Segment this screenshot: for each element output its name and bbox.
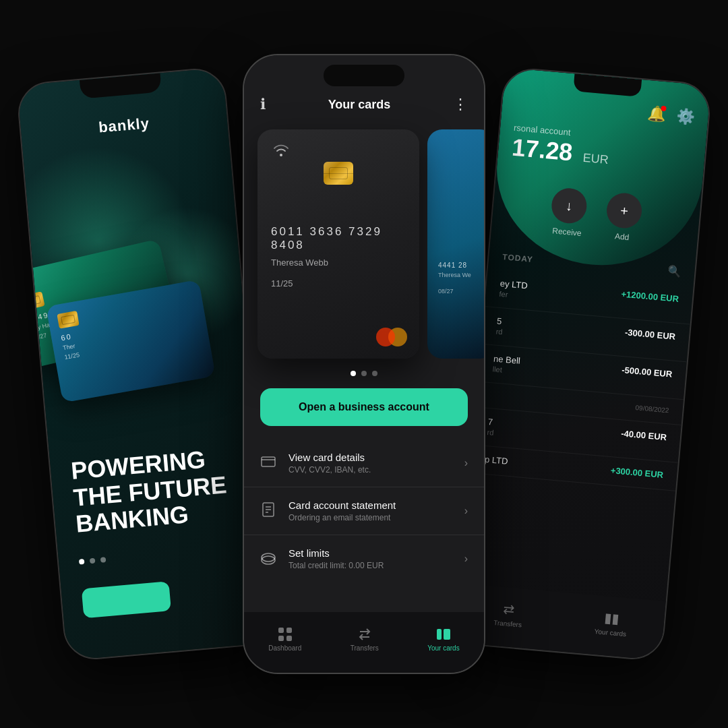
info-icon[interactable]: ℹ bbox=[260, 96, 266, 113]
mastercard-logo bbox=[376, 328, 407, 346]
dot-3 bbox=[372, 371, 377, 376]
menu-item-statement[interactable]: Card account statement Ordering an email… bbox=[244, 487, 484, 535]
add-button[interactable]: + Add bbox=[604, 191, 643, 243]
dynamic-island bbox=[324, 65, 404, 86]
card-name: Theresa Webb bbox=[271, 257, 406, 268]
main-card-1: 6011 3636 7329 8408 Theresa Webb 11/25 bbox=[257, 129, 419, 359]
page-title: Your cards bbox=[328, 98, 391, 112]
left-phone-notch bbox=[80, 73, 162, 98]
menu-item-text-2: Card account statement Ordering an email… bbox=[289, 499, 464, 522]
svg-rect-9 bbox=[286, 628, 292, 633]
chevron-right-icon-3: › bbox=[464, 553, 468, 565]
cards-icon bbox=[436, 627, 451, 642]
chip-icon bbox=[22, 291, 45, 310]
settings-icon[interactable]: ⚙️ bbox=[675, 107, 695, 126]
receive-button[interactable]: ↓ Receive bbox=[549, 187, 588, 238]
statement-icon bbox=[260, 502, 279, 520]
dashboard-icon bbox=[278, 627, 293, 642]
dot-2 bbox=[361, 371, 367, 376]
center-phone: ℹ Your cards ⋮ 6011 3636 7329 8408 There… bbox=[243, 54, 485, 674]
bottom-navigation: Dashboard Transfers Your bbox=[244, 612, 484, 673]
limits-icon bbox=[260, 549, 279, 568]
svg-rect-12 bbox=[437, 629, 442, 640]
chip-icon bbox=[324, 162, 353, 185]
left-phone: bankly 📶 5449 7247 5256 45 Guy Hawkins 1… bbox=[16, 66, 274, 662]
nav-dashboard[interactable]: Dashboard bbox=[268, 627, 301, 652]
card-expiry-2: 08/27 bbox=[438, 288, 484, 295]
center-phone-screen: ℹ Your cards ⋮ 6011 3636 7329 8408 There… bbox=[244, 55, 484, 673]
menu-item-limits[interactable]: Set limits Total credit limit: 0.00 EUR … bbox=[244, 535, 484, 582]
right-phone: 🔔 ⚙️ rsonal account 17.28 EUR ↓ Receive … bbox=[454, 66, 712, 662]
notification-icon[interactable]: 🔔 bbox=[647, 104, 667, 123]
transaction-list: ey LTD +1200.00 EUR fer 5 -300.00 EUR rd bbox=[460, 269, 693, 600]
menu-item-text-3: Set limits Total credit limit: 0.00 EUR bbox=[289, 547, 464, 570]
right-phone-screen: 🔔 ⚙️ rsonal account 17.28 EUR ↓ Receive … bbox=[455, 67, 710, 660]
open-business-account-button[interactable]: Open a business account bbox=[260, 388, 468, 426]
left-carousel-dots bbox=[79, 557, 107, 564]
receive-icon: ↓ bbox=[550, 187, 588, 224]
svg-rect-8 bbox=[278, 628, 284, 633]
more-icon[interactable]: ⋮ bbox=[453, 96, 468, 113]
dot-2 bbox=[90, 558, 96, 564]
svg-rect-0 bbox=[262, 457, 275, 466]
carousel-dots bbox=[351, 371, 377, 376]
svg-rect-10 bbox=[278, 636, 284, 641]
transfers-icon bbox=[357, 627, 372, 642]
add-icon: + bbox=[605, 191, 643, 229]
left-cta-button[interactable] bbox=[82, 581, 171, 618]
notification-dot bbox=[661, 106, 667, 112]
nav-your-cards[interactable]: ▮▮ Your cards bbox=[594, 609, 628, 638]
nav-transfers[interactable]: Transfers bbox=[351, 627, 379, 652]
dot-3 bbox=[100, 557, 107, 563]
cards-icon: ▮▮ bbox=[603, 609, 619, 627]
card-number: 6011 3636 7329 8408 bbox=[271, 225, 406, 252]
card-number-2: 4441 28 bbox=[438, 262, 484, 269]
search-icon[interactable]: 🔍 bbox=[667, 264, 682, 278]
svg-rect-13 bbox=[444, 629, 450, 640]
menu-item-text: View card details CVV, CVV2, IBAN, etc. bbox=[289, 452, 464, 475]
center-header: ℹ Your cards ⋮ bbox=[244, 96, 484, 113]
menu-item-view-card[interactable]: View card details CVV, CVV2, IBAN, etc. … bbox=[244, 439, 484, 487]
dot-1 bbox=[79, 559, 85, 565]
transfers-icon: ⇄ bbox=[503, 601, 516, 617]
nav-transfers[interactable]: ⇄ Transfers bbox=[493, 600, 524, 629]
dot-1 bbox=[351, 371, 356, 376]
nav-your-cards[interactable]: Your cards bbox=[427, 627, 459, 652]
card-expiry: 11/25 bbox=[271, 278, 406, 289]
chip-icon-2 bbox=[57, 311, 79, 329]
chevron-right-icon-2: › bbox=[464, 505, 468, 517]
wifi-icon bbox=[271, 143, 406, 156]
card-carousel: 6011 3636 7329 8408 Theresa Webb 11/25 4… bbox=[257, 129, 471, 359]
menu-list: View card details CVV, CVV2, IBAN, etc. … bbox=[244, 439, 484, 582]
svg-rect-11 bbox=[286, 636, 292, 641]
main-card-2: 4441 28 Theresa We 08/27 bbox=[427, 129, 484, 359]
card-name-2: Theresa We bbox=[438, 272, 484, 278]
left-logo: bankly bbox=[98, 115, 150, 136]
card-details-icon bbox=[260, 454, 279, 473]
chevron-right-icon: › bbox=[464, 457, 468, 469]
left-phone-screen: bankly 📶 5449 7247 5256 45 Guy Hawkins 1… bbox=[17, 67, 272, 660]
left-tagline: POWERING THE FUTURE BANKING bbox=[70, 445, 230, 538]
